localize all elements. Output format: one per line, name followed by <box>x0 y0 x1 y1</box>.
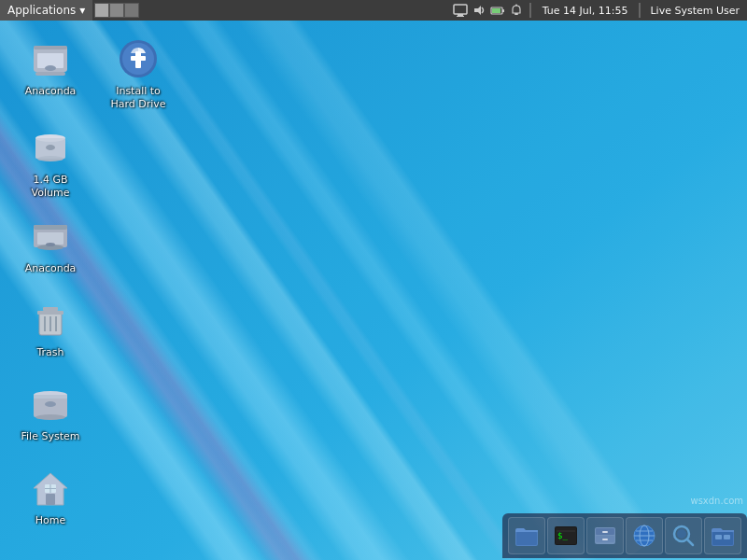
watermark: wsxdn.com <box>690 496 743 506</box>
panel-win-btn-2[interactable] <box>109 3 124 18</box>
svg-rect-11 <box>458 14 463 16</box>
svg-point-22 <box>45 65 56 71</box>
svg-rect-64 <box>602 539 608 540</box>
taskbar-manager-icon[interactable] <box>704 517 741 554</box>
desktop: Applications ▾ Tue 14 Jul, 1 <box>0 0 747 560</box>
panel-win-btn-3[interactable] <box>124 3 139 18</box>
trash-label: Trash <box>36 346 63 359</box>
svg-rect-15 <box>502 9 504 12</box>
top-panel: Applications ▾ Tue 14 Jul, 1 <box>0 0 747 21</box>
svg-rect-75 <box>715 535 722 539</box>
filesystem-label: File System <box>21 430 80 443</box>
battery-icon[interactable] <box>490 3 505 18</box>
svg-rect-20 <box>34 46 67 49</box>
taskbar-terminal-icon[interactable]: $_ <box>547 517 585 554</box>
anaconda-bot-icon-img <box>28 214 73 259</box>
svg-point-48 <box>45 401 56 407</box>
panel-win-btn-1[interactable] <box>94 3 109 18</box>
taskbar: $_ <box>0 511 747 560</box>
trash-icon-img <box>28 298 73 343</box>
svg-point-32 <box>46 145 55 150</box>
home-icon-img <box>28 466 73 511</box>
notification-icon[interactable] <box>509 3 524 18</box>
install-hd-icon-img <box>116 36 161 81</box>
svg-rect-23 <box>35 72 65 76</box>
svg-rect-40 <box>43 307 58 311</box>
screen-icon[interactable] <box>453 3 468 18</box>
anaconda-bot-label: Anaconda <box>25 262 77 275</box>
desktop-icon-anaconda-top[interactable]: Anaconda <box>13 33 88 102</box>
install-hd-label: Install to Hard Drive <box>105 85 172 112</box>
svg-rect-10 <box>454 5 467 14</box>
desktop-icon-install-hd[interactable]: Install to Hard Drive <box>101 33 176 116</box>
svg-rect-34 <box>34 225 67 230</box>
panel-separator-1 <box>529 3 531 18</box>
desktop-icon-volume[interactable]: 1.4 GB Volume <box>13 121 88 204</box>
svg-text:$_: $_ <box>557 531 568 540</box>
applications-arrow: ▾ <box>79 4 85 17</box>
taskbar-files2-icon[interactable] <box>586 517 624 554</box>
desktop-icon-filesystem[interactable]: File System <box>13 378 88 447</box>
svg-marker-13 <box>474 6 481 15</box>
volume-label: 1.4 GB Volume <box>17 174 84 201</box>
desktop-icon-trash[interactable]: Trash <box>13 294 88 363</box>
panel-separator-2 <box>639 3 641 18</box>
svg-rect-63 <box>602 531 608 533</box>
svg-rect-55 <box>516 532 537 545</box>
volume-icon-img <box>28 125 73 170</box>
svg-point-37 <box>46 243 55 246</box>
svg-point-18 <box>515 5 517 7</box>
svg-point-71 <box>677 529 686 539</box>
anaconda-top-icon-img <box>28 36 73 81</box>
applications-label: Applications <box>7 4 76 17</box>
taskbar-icons: $_ <box>502 513 747 558</box>
svg-rect-50 <box>46 494 55 505</box>
username: Live System User <box>650 5 740 17</box>
taskbar-browser-icon[interactable] <box>626 517 663 554</box>
volume-icon[interactable] <box>472 3 486 18</box>
filesystem-icon-img <box>28 382 73 427</box>
svg-line-72 <box>687 539 693 545</box>
svg-rect-27 <box>131 56 146 61</box>
svg-rect-76 <box>724 535 730 539</box>
applications-menu[interactable]: Applications ▾ <box>0 0 92 21</box>
datetime: Tue 14 Jul, 11:55 <box>543 5 628 17</box>
svg-rect-47 <box>34 395 67 399</box>
panel-window-buttons <box>94 3 139 18</box>
svg-point-45 <box>35 414 65 420</box>
taskbar-files-icon[interactable] <box>508 517 545 554</box>
svg-rect-12 <box>457 16 464 17</box>
taskbar-search-icon[interactable] <box>665 517 702 554</box>
svg-rect-39 <box>37 311 63 315</box>
panel-right: Tue 14 Jul, 11:55 Live System User <box>453 3 747 18</box>
anaconda-top-label: Anaconda <box>25 85 77 98</box>
desktop-icon-anaconda-bot[interactable]: Anaconda <box>13 210 88 279</box>
svg-rect-17 <box>514 13 518 15</box>
svg-rect-16 <box>492 8 500 13</box>
